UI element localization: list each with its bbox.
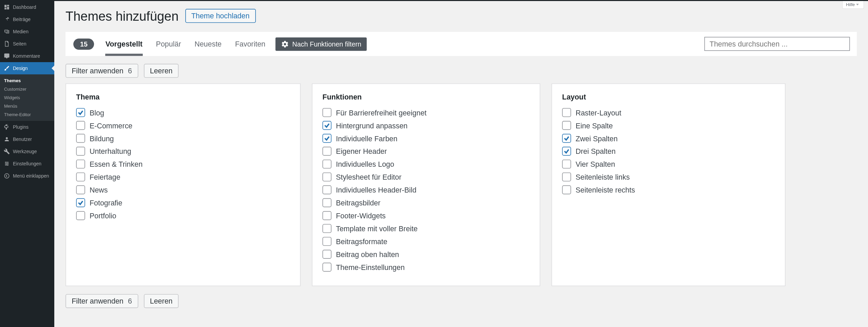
filter-option[interactable]: Individuelles Logo <box>322 160 530 168</box>
filter-option-label: Raster-Layout <box>575 108 621 117</box>
filter-option[interactable]: Template mit voller Breite <box>322 224 530 233</box>
sidebar-item-kommentare[interactable]: Kommentare <box>0 50 54 62</box>
filter-option[interactable]: Vier Spalten <box>562 160 775 168</box>
submenu-item-theme-editor[interactable]: Theme-Editor <box>0 110 54 119</box>
sidebar-item-label: Seiten <box>13 41 26 47</box>
help-tab[interactable]: Hilfe <box>842 1 864 9</box>
filter-option[interactable]: News <box>76 185 290 194</box>
checkbox[interactable] <box>562 147 571 156</box>
checkbox[interactable] <box>322 237 331 246</box>
filter-option[interactable]: Raster-Layout <box>562 108 775 117</box>
sidebar-item-plugins[interactable]: Plugins <box>0 121 54 133</box>
sidebar-item-werkzeuge[interactable]: Werkzeuge <box>0 145 54 158</box>
filter-option[interactable]: Für Barrierefreiheit geeignet <box>322 108 530 117</box>
checkbox[interactable] <box>562 108 571 117</box>
filter-tab-populär[interactable]: Populär <box>156 32 181 56</box>
checkbox[interactable] <box>76 185 85 194</box>
feature-filter-button[interactable]: Nach Funktionen filtern <box>276 37 367 51</box>
filter-tab-neueste[interactable]: Neueste <box>194 32 222 56</box>
submenu-item-themes[interactable]: Themes <box>0 76 54 85</box>
checkbox[interactable] <box>562 134 571 143</box>
filter-option[interactable]: Seitenleiste rechts <box>562 185 775 194</box>
filter-option[interactable]: Individuelles Header-Bild <box>322 185 530 194</box>
filter-option[interactable]: E-Commerce <box>76 121 290 130</box>
checkbox[interactable] <box>562 172 571 181</box>
checkbox[interactable] <box>322 108 331 117</box>
filter-option[interactable]: Beitragsformate <box>322 237 530 246</box>
filter-tab-vorgestellt[interactable]: Vorgestellt <box>106 32 143 56</box>
checkbox[interactable] <box>322 250 331 259</box>
main-content: Hilfe Themes hinzufügen Theme hochladen … <box>54 1 868 327</box>
sidebar-item-menü-einklappen[interactable]: Menü einklappen <box>0 170 54 182</box>
checkbox[interactable] <box>76 172 85 181</box>
filter-option-label: Seitenleiste links <box>575 173 630 181</box>
apply-filters-button-bottom[interactable]: Filter anwenden 6 <box>65 294 138 308</box>
checkbox[interactable] <box>76 198 85 207</box>
dashboard-icon <box>3 4 10 11</box>
filter-option[interactable]: Beitrag oben halten <box>322 250 530 259</box>
filter-option[interactable]: Fotografie <box>76 198 290 207</box>
checkbox[interactable] <box>322 211 331 220</box>
checkbox[interactable] <box>322 121 331 130</box>
checkbox[interactable] <box>322 172 331 181</box>
filter-option[interactable]: Seitenleiste links <box>562 172 775 181</box>
checkbox[interactable] <box>76 134 85 143</box>
filter-option-label: News <box>90 186 108 194</box>
filter-option[interactable]: Unterhaltung <box>76 147 290 156</box>
checkbox[interactable] <box>76 108 85 117</box>
filter-option[interactable]: Footer-Widgets <box>322 211 530 220</box>
filter-option-label: Footer-Widgets <box>336 212 386 220</box>
checkbox[interactable] <box>322 224 331 233</box>
filter-option[interactable]: Blog <box>76 108 290 117</box>
checkbox[interactable] <box>322 198 331 207</box>
checkbox[interactable] <box>322 263 331 272</box>
filter-group-title: Funktionen <box>322 93 530 102</box>
search-input[interactable] <box>704 37 850 51</box>
filter-option[interactable]: Eigener Header <box>322 147 530 156</box>
checkbox[interactable] <box>562 121 571 130</box>
clear-filters-button-bottom[interactable]: Leeren <box>144 294 179 308</box>
filter-option[interactable]: Stylesheet für Editor <box>322 172 530 181</box>
filter-option[interactable]: Individuelle Farben <box>322 134 530 143</box>
sidebar-item-einstellungen[interactable]: Einstellungen <box>0 158 54 170</box>
filter-option-label: E-Commerce <box>90 121 132 130</box>
checkbox[interactable] <box>322 147 331 156</box>
filter-option[interactable]: Feiertage <box>76 172 290 181</box>
checkbox[interactable] <box>322 160 331 168</box>
sidebar-item-beiträge[interactable]: Beiträge <box>0 13 54 25</box>
sidebar-item-label: Menü einklappen <box>13 173 49 179</box>
filter-option[interactable]: Zwei Spalten <box>562 134 775 143</box>
filter-option[interactable]: Eine Spalte <box>562 121 775 130</box>
filter-tab-favoriten[interactable]: Favoriten <box>235 32 265 56</box>
filter-option-label: Fotografie <box>90 199 122 207</box>
filter-option[interactable]: Bildung <box>76 134 290 143</box>
checkbox[interactable] <box>322 185 331 194</box>
filter-option[interactable]: Theme-Einstellungen <box>322 263 530 272</box>
sidebar-item-seiten[interactable]: Seiten <box>0 38 54 50</box>
checkbox[interactable] <box>76 147 85 156</box>
clear-filters-button[interactable]: Leeren <box>144 64 179 78</box>
filter-option[interactable]: Beitragsbilder <box>322 198 530 207</box>
sidebar-item-design[interactable]: Design <box>0 62 54 74</box>
submenu-item-customizer[interactable]: Customizer <box>0 85 54 93</box>
upload-theme-button[interactable]: Theme hochladen <box>185 9 256 23</box>
apply-label: Filter anwenden <box>72 297 124 305</box>
checkbox[interactable] <box>562 160 571 168</box>
checkbox[interactable] <box>76 121 85 130</box>
submenu-item-menüs[interactable]: Menüs <box>0 102 54 110</box>
sidebar-item-label: Benutzer <box>13 137 32 142</box>
checkbox[interactable] <box>76 211 85 220</box>
sidebar-item-benutzer[interactable]: Benutzer <box>0 133 54 145</box>
submenu-item-widgets[interactable]: Widgets <box>0 93 54 102</box>
apply-count: 6 <box>128 297 132 305</box>
filter-option[interactable]: Essen & Trinken <box>76 160 290 168</box>
sidebar-item-medien[interactable]: Medien <box>0 25 54 38</box>
checkbox[interactable] <box>562 185 571 194</box>
filter-option[interactable]: Hintergrund anpassen <box>322 121 530 130</box>
apply-filters-button[interactable]: Filter anwenden 6 <box>65 64 138 78</box>
filter-option[interactable]: Drei Spalten <box>562 147 775 156</box>
sidebar-item-dashboard[interactable]: Dashboard <box>0 1 54 13</box>
checkbox[interactable] <box>76 160 85 168</box>
filter-option[interactable]: Portfolio <box>76 211 290 220</box>
checkbox[interactable] <box>322 134 331 143</box>
